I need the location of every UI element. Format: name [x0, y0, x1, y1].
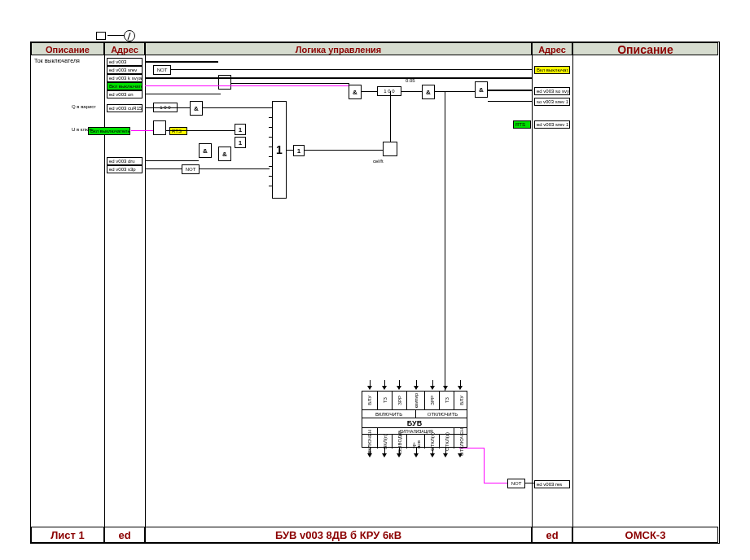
block-and [422, 85, 435, 99]
ftr-ed-left: ed [104, 527, 145, 543]
page-header-icon [96, 28, 135, 42]
label-u: U в ключ [72, 127, 92, 132]
label-q: Q в варист [72, 104, 96, 109]
tag-left: ed v003 s3p [107, 165, 143, 173]
tag-left: ed v003 cuR151 [107, 104, 143, 112]
wire [145, 77, 532, 79]
block-or [235, 137, 246, 148]
block-not [507, 479, 525, 488]
arrow-down-icon [382, 453, 387, 457]
block-not [153, 65, 171, 75]
arrow-down-icon [443, 453, 448, 457]
arrow-down-icon [458, 386, 463, 390]
block-contact [383, 142, 397, 156]
tag-right-rts: RTS [513, 120, 531, 129]
tag-right: so v003 srev 1 [534, 98, 570, 106]
tag-left: ed v003 srev [107, 66, 143, 74]
tag-left: ed v003 k svyaz [107, 74, 143, 82]
hdr-logic: Логика управления [145, 42, 532, 55]
ftr-sheet: Лист 1 [31, 527, 104, 543]
arrow-down-icon [367, 453, 372, 457]
arrow-down-icon [430, 453, 435, 457]
block-and [349, 85, 362, 99]
block-or [293, 145, 305, 156]
drawing-frame: Описание Адрес Логика управления Адрес О… [31, 42, 719, 543]
wire [145, 94, 221, 94]
wire [171, 69, 532, 70]
arrow-down-icon [397, 453, 401, 457]
tag-left: Вкл выключатель [107, 82, 143, 90]
wire [145, 85, 349, 86]
ftr-ed-right: ed [532, 527, 572, 543]
wire [145, 61, 218, 63]
block-and [218, 147, 231, 161]
block-and [199, 143, 212, 158]
arrow-down-icon [367, 386, 372, 390]
arrow-down-icon [397, 386, 401, 390]
arrow-down-icon [430, 386, 435, 390]
block-or [235, 124, 246, 135]
block-pulse [153, 120, 166, 135]
tag-right: ed v003 res [534, 480, 570, 488]
arrow-down-icon [382, 386, 387, 390]
hdr-addr-left: Адрес [104, 42, 145, 55]
hdr-desc-left: Описание [31, 42, 104, 55]
tag-mid-rts: RTS [169, 127, 187, 135]
tag-right: ed v003 srev 1 [534, 120, 570, 129]
tag-right: ed v003 so svyaz [534, 87, 570, 95]
divider [572, 55, 573, 527]
block-big-or: 1 [272, 101, 287, 199]
tag-left: ed v003 dru [107, 157, 143, 165]
arrow-down-icon [414, 386, 419, 390]
hdr-addr-right: Адрес [532, 42, 572, 55]
block-and [475, 81, 488, 98]
label-celft: cel/ft [373, 159, 384, 164]
ftr-title: БУВ v003 8ДВ б КРУ 6кВ [145, 527, 532, 543]
divider [145, 55, 146, 527]
block-buv: БЛУ ТЗ ЗРР квитир ЗРР ТЗ БЛУ ВКЛЮЧИТЬ ОТ… [362, 391, 467, 448]
block-and [190, 101, 203, 116]
tag-right: Вкл выключат. [534, 66, 570, 74]
hdr-desc-right: Описание [572, 42, 718, 55]
block-not [182, 164, 200, 174]
label-tok: Ток выключателя [34, 58, 80, 63]
divider [532, 55, 533, 527]
arrow-down-icon [443, 386, 448, 390]
tag-left: Вкл выключатель [88, 127, 130, 135]
block-delay: 1 0 0 [377, 86, 401, 96]
tag-left: ed v003 [107, 58, 143, 66]
arrow-down-icon [414, 453, 419, 457]
ftr-site: ОМСК-3 [572, 527, 718, 543]
divider [104, 55, 105, 527]
tag-left: ed v003 on [107, 90, 143, 98]
